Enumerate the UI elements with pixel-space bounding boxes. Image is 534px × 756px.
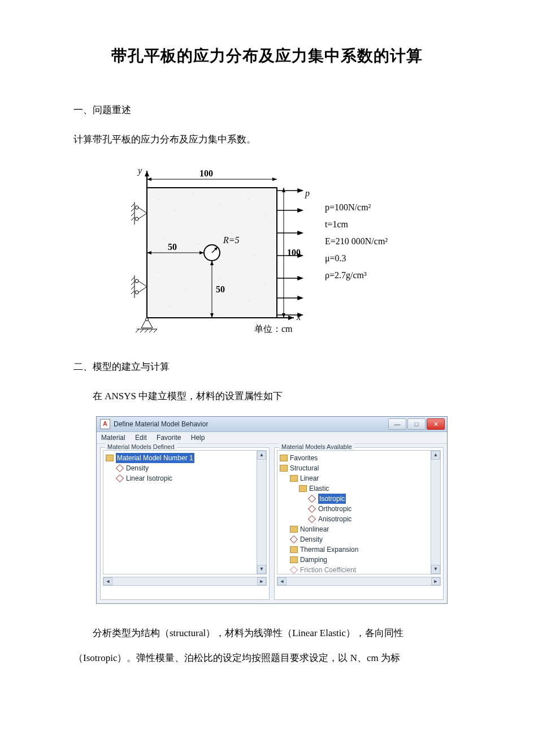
materials-available-title: Material Models Available: [279, 443, 354, 450]
svg-marker-23: [288, 316, 294, 320]
tree-item-material-1[interactable]: Material Model Number 1: [106, 453, 264, 463]
folder-icon: [290, 546, 298, 553]
folder-icon: [299, 485, 307, 492]
vertical-scrollbar[interactable]: ▲ ▼: [431, 451, 440, 574]
scroll-down-icon[interactable]: ▼: [431, 565, 440, 574]
tree-item-isotropic[interactable]: Isotropic: [280, 494, 438, 504]
svg-point-40: [135, 206, 138, 209]
svg-line-55: [131, 291, 134, 294]
tree-item-friction[interactable]: Friction Coefficient: [280, 565, 438, 574]
svg-line-39: [138, 213, 147, 219]
materials-defined-title: Material Models Defined: [105, 443, 177, 450]
svg-point-57: [146, 318, 149, 321]
node-icon: [116, 464, 124, 472]
svg-marker-25: [145, 171, 149, 176]
materials-available-panel: Material Models Available Favorites Stru…: [274, 447, 444, 600]
tree-item-density[interactable]: Density: [106, 463, 264, 473]
tree-item-label: Structural: [290, 463, 319, 473]
tree-item-anisotropic[interactable]: Anisotropic: [280, 514, 438, 524]
svg-line-43: [131, 204, 134, 207]
svg-point-6: [265, 215, 266, 216]
vertical-scrollbar[interactable]: ▲ ▼: [257, 451, 266, 574]
close-button[interactable]: ✕: [427, 418, 445, 430]
tree-item-label: Friction Coefficient: [300, 565, 356, 574]
menu-favorite[interactable]: Favorite: [157, 434, 181, 442]
svg-marker-77: [298, 313, 302, 317]
document-page: 带孔平板的应力分布及应力集中系数的计算 一、问题重述 计算带孔平板的应力分布及应…: [0, 0, 534, 756]
svg-point-7: [163, 238, 164, 239]
scroll-right-icon[interactable]: ►: [257, 577, 266, 585]
tree-item-nonlinear[interactable]: Nonlinear: [280, 524, 438, 534]
dialog-title: Define Material Model Behavior: [114, 420, 388, 428]
svg-line-52: [131, 277, 134, 280]
node-icon: [308, 515, 316, 523]
param-t: t=1cm: [325, 219, 349, 229]
scroll-up-icon[interactable]: ▲: [431, 451, 440, 460]
param-rho: ρ=2.7g/cm³: [325, 270, 367, 280]
svg-point-12: [186, 289, 186, 290]
tree-item-damping[interactable]: Damping: [280, 555, 438, 565]
scroll-down-icon[interactable]: ▼: [257, 565, 266, 574]
svg-point-3: [192, 193, 192, 193]
node-icon: [290, 566, 298, 574]
dialog-titlebar[interactable]: A Define Material Model Behavior — □ ✕: [97, 417, 447, 432]
svg-marker-67: [298, 209, 302, 212]
svg-point-11: [158, 272, 158, 273]
scroll-left-icon[interactable]: ◄: [277, 577, 286, 585]
svg-point-17: [209, 312, 209, 312]
node-icon: [308, 495, 316, 503]
paragraph-1: 计算带孔平板的应力分布及应力集中系数。: [73, 130, 461, 149]
unit-label: 单位：cm: [254, 324, 293, 334]
folder-icon: [280, 455, 288, 461]
tree-item-label: Nonlinear: [300, 524, 329, 534]
tree-item-structural[interactable]: Structural: [280, 463, 438, 473]
horizontal-scrollbar[interactable]: ◄ ►: [103, 577, 267, 586]
horizontal-scrollbar[interactable]: ◄ ►: [277, 577, 441, 586]
svg-line-47: [138, 281, 147, 287]
node-icon: [290, 535, 298, 543]
maximize-button[interactable]: □: [407, 418, 426, 430]
tree-item-label: Thermal Expansion: [300, 545, 358, 555]
tree-item-density[interactable]: Density: [280, 534, 438, 545]
minimize-button[interactable]: —: [388, 418, 406, 430]
svg-marker-69: [298, 231, 302, 235]
tree-item-label: Linear: [300, 473, 319, 483]
svg-point-8: [197, 244, 198, 244]
tree-item-elastic[interactable]: Elastic: [280, 483, 438, 494]
top-dimension: 100: [199, 169, 213, 178]
tree-item-favorites[interactable]: Favorites: [280, 453, 438, 463]
section-heading-2: 二、模型的建立与计算: [73, 357, 461, 377]
param-p: p=100N/cm²: [325, 202, 371, 213]
param-mu: μ=0.3: [325, 253, 346, 263]
scroll-right-icon[interactable]: ►: [431, 577, 440, 585]
tree-item-label: Density: [126, 463, 149, 473]
node-icon: [308, 505, 316, 513]
scroll-left-icon[interactable]: ◄: [103, 577, 112, 585]
tree-item-label: Favorites: [290, 453, 318, 463]
tree-item-orthotropic[interactable]: Orthotropic: [280, 504, 438, 514]
svg-line-53: [131, 282, 134, 285]
tree-item-thermal-expansion[interactable]: Thermal Expansion: [280, 545, 438, 555]
materials-available-listbox[interactable]: Favorites Structural Linear Elastic: [277, 450, 441, 574]
paragraph-2: 在 ANSYS 中建立模型，材料的设置属性如下: [73, 387, 461, 406]
tree-item-label: Orthotropic: [318, 504, 351, 514]
svg-marker-28: [272, 178, 277, 181]
menu-help[interactable]: Help: [191, 434, 205, 442]
menu-edit[interactable]: Edit: [135, 434, 147, 442]
param-E: E=210 000N/cm²: [325, 236, 388, 246]
svg-marker-73: [298, 277, 302, 280]
scroll-up-icon[interactable]: ▲: [257, 451, 266, 460]
folder-icon: [280, 465, 288, 472]
svg-line-45: [131, 213, 134, 216]
paragraph-3: 分析类型为结构（structural），材料为线弹性（Linear Elasti…: [73, 621, 461, 671]
materials-defined-listbox[interactable]: Material Model Number 1 Density Linear I…: [103, 450, 267, 574]
menu-material[interactable]: Material: [101, 434, 125, 442]
tree-item-linear[interactable]: Linear: [280, 473, 438, 483]
svg-point-16: [169, 306, 170, 306]
tree-item-label: Anisotropic: [318, 514, 351, 524]
svg-point-5: [248, 198, 249, 199]
svg-marker-65: [298, 189, 302, 192]
section-heading-1: 一、问题重述: [73, 101, 461, 120]
svg-line-38: [138, 208, 147, 213]
tree-item-linear-isotropic[interactable]: Linear Isotropic: [106, 473, 264, 483]
